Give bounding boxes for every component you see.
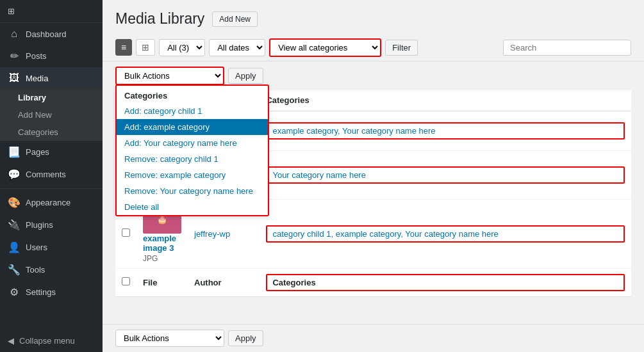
appearance-icon: 🎨: [8, 196, 21, 209]
sidebar-logo: ⊞: [0, 0, 103, 23]
view-categories-select[interactable]: View all categories: [269, 38, 381, 57]
dropdown-item-remove-cat-child-1[interactable]: Remove: category child 1: [117, 151, 268, 167]
sidebar-item-posts[interactable]: ✏ Posts: [0, 45, 103, 67]
sidebar-item-plugins[interactable]: 🔌 Plugins: [0, 214, 103, 236]
dropdown-item-add-cat-child-1[interactable]: Add: category child 1: [117, 103, 268, 119]
bulk-actions-dropdown: Categories Add: category child 1 Add: ex…: [115, 84, 269, 216]
bulk-actions-top-row: Bulk Actions Apply Categories Add: categ…: [103, 61, 644, 85]
sidebar-item-label: Appearance: [26, 198, 70, 207]
sidebar-sub-label: Library: [18, 93, 46, 102]
col-footer-checkbox: [115, 268, 136, 296]
all-items-select[interactable]: All (3): [159, 39, 205, 56]
row3-author-link[interactable]: jeffrey-wp: [194, 229, 230, 239]
search-input[interactable]: [503, 40, 631, 56]
settings-icon: ⚙: [8, 286, 21, 298]
dropdown-item-add-example-category[interactable]: Add: example category: [117, 119, 268, 135]
users-icon: 👤: [8, 241, 21, 253]
sidebar-sub-label: Add New: [18, 110, 52, 120]
toolbar: ≡ ⊞ All (3) All dates View all categorie…: [103, 35, 644, 61]
row3-categories-cell: category child 1, example category, Your…: [260, 199, 631, 268]
sidebar-item-dashboard[interactable]: ⌂ Dashboard: [0, 23, 103, 45]
all-dates-select[interactable]: All dates: [209, 39, 265, 56]
row2-categories-box: Your category name here: [266, 166, 625, 184]
sidebar-item-label: Pages: [26, 147, 49, 157]
row1-categories-cell: example category, Your category name her…: [260, 111, 631, 150]
bulk-actions-top-apply-button[interactable]: Apply: [228, 68, 263, 84]
sidebar-item-add-new[interactable]: Add New: [0, 106, 103, 124]
tools-icon: 🔧: [8, 264, 21, 276]
filter-button[interactable]: Filter: [385, 40, 418, 56]
row3-checkbox[interactable]: [122, 228, 130, 237]
grid-view-button[interactable]: ⊞: [136, 39, 155, 56]
row3-file-type: JPG: [143, 254, 181, 263]
comments-icon: 💬: [8, 168, 21, 180]
sidebar-item-label: Comments: [26, 170, 66, 179]
col-footer-categories: Categories: [260, 268, 631, 296]
sidebar-item-label: Settings: [26, 287, 56, 297]
sidebar-item-settings[interactable]: ⚙ Settings: [0, 281, 103, 303]
collapse-menu[interactable]: ◀ Collapse menu: [0, 330, 103, 352]
sidebar-item-library[interactable]: Library: [0, 89, 103, 106]
bulk-actions-top-select[interactable]: Bulk Actions: [115, 67, 224, 85]
dashboard-icon: ⌂: [8, 28, 21, 40]
bulk-actions-bottom-row: Bulk Actions Apply: [103, 324, 644, 352]
bulk-actions-bottom-apply-button[interactable]: Apply: [228, 330, 263, 346]
collapse-icon: ◀: [8, 336, 14, 346]
list-view-button[interactable]: ≡: [115, 39, 132, 56]
posts-icon: ✏: [8, 50, 21, 62]
pages-icon: 📃: [8, 146, 21, 158]
collapse-label: Collapse menu: [19, 336, 75, 346]
sidebar: ⊞ ⌂ Dashboard ✏ Posts 🖼 Media Library Ad…: [0, 0, 103, 352]
dropdown-item-remove-example-category[interactable]: Remove: example category: [117, 167, 268, 183]
sidebar-item-appearance[interactable]: 🎨 Appearance: [0, 191, 103, 214]
page-header: Media Library Add New: [103, 0, 644, 35]
row3-file-info: example image 3 JPG: [143, 234, 181, 263]
row2-categories[interactable]: Your category name here: [272, 170, 366, 180]
bulk-actions-bottom-select[interactable]: Bulk Actions: [115, 330, 224, 347]
sidebar-item-tools[interactable]: 🔧 Tools: [0, 259, 103, 281]
dropdown-item-remove-your-category-name[interactable]: Remove: Your category name here: [117, 183, 268, 199]
grid-view-icon: ⊞: [142, 42, 149, 52]
main-content: Media Library Add New ≡ ⊞ All (3) All da…: [103, 0, 644, 352]
sidebar-item-media[interactable]: 🖼 Media: [0, 67, 103, 89]
add-new-button[interactable]: Add New: [212, 12, 258, 27]
sidebar-item-comments[interactable]: 💬 Comments: [0, 163, 103, 186]
row3-categories[interactable]: category child 1, example category, Your…: [272, 229, 498, 239]
col-categories-header: Categories: [260, 90, 631, 111]
col-footer-file: File: [136, 268, 188, 296]
sidebar-item-categories[interactable]: Categories: [0, 124, 103, 141]
page-title: Media Library: [115, 10, 204, 28]
sidebar-item-users[interactable]: 👤 Users: [0, 236, 103, 259]
wp-logo-icon: ⊞: [8, 6, 15, 16]
sidebar-item-label: Tools: [26, 265, 45, 275]
sidebar-sub-label: Categories: [18, 127, 58, 137]
sidebar-item-label: Users: [26, 243, 47, 252]
row1-categories-box: example category, Your category name her…: [266, 122, 625, 140]
footer-categories-box: Categories: [266, 274, 625, 291]
sidebar-item-label: Dashboard: [26, 29, 67, 39]
row1-categories[interactable]: example category, Your category name her…: [272, 126, 435, 136]
dropdown-group-label: Categories: [117, 86, 268, 103]
sidebar-divider: [0, 188, 103, 189]
sidebar-item-pages[interactable]: 📃 Pages: [0, 141, 103, 163]
sidebar-item-label: Media: [26, 74, 48, 83]
table-footer-row: File Author Categories: [115, 268, 631, 296]
row3-categories-box: category child 1, example category, Your…: [266, 225, 625, 243]
col-footer-author: Author: [188, 268, 260, 296]
footer-select-all-checkbox[interactable]: [122, 277, 130, 285]
sidebar-item-label: Posts: [26, 51, 47, 61]
plugins-icon: 🔌: [8, 219, 21, 231]
sidebar-item-label: Plugins: [26, 220, 53, 230]
row2-categories-cell: Your category name here: [260, 150, 631, 199]
media-icon: 🖼: [8, 72, 21, 84]
list-view-icon: ≡: [121, 42, 126, 52]
row3-file-name[interactable]: example image 3: [143, 234, 181, 253]
dropdown-item-delete-all[interactable]: Delete all: [117, 199, 268, 215]
dropdown-item-add-your-category-name[interactable]: Add: Your category name here: [117, 135, 268, 151]
